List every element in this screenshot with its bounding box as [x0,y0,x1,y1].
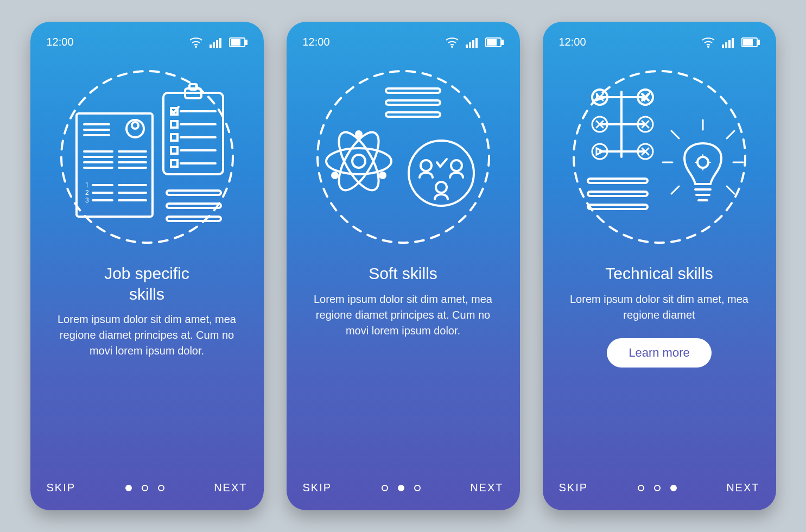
svg-rect-1 [210,45,212,48]
svg-rect-2 [213,42,215,48]
svg-rect-3 [216,40,218,48]
svg-point-70 [436,182,447,193]
dot-2[interactable] [398,485,404,491]
status-icons [445,37,504,48]
page-indicator [638,485,677,491]
status-icons [701,37,760,48]
status-bar: 12:00 [303,36,504,48]
battery-icon [229,37,247,47]
svg-rect-37 [171,121,177,128]
svg-rect-43 [171,160,177,167]
svg-point-71 [708,46,709,47]
screen-description: Lorem ipsum dolor sit dim amet, mea regi… [303,292,504,339]
screen-description: Lorem ipsum dolor sit dim amet, mea regi… [559,292,760,323]
svg-rect-103 [588,179,648,183]
onboarding-footer: SKIP NEXT [303,482,504,494]
wifi-icon [189,37,203,48]
battery-icon [485,37,504,47]
next-button[interactable]: NEXT [726,482,759,494]
dot-3[interactable] [158,485,164,491]
svg-line-116 [671,131,679,138]
svg-point-67 [409,141,474,206]
svg-point-14 [132,122,138,129]
svg-rect-6 [246,40,247,45]
svg-point-65 [380,173,385,178]
onboarding-screen-1: 12:00 123 Job specific skills Lorem [30,22,264,510]
onboarding-footer: SKIP NEXT [47,482,247,494]
status-time: 12:00 [47,36,74,48]
skip-button[interactable]: SKIP [47,482,76,494]
svg-rect-59 [386,112,440,117]
svg-point-109 [697,157,708,168]
svg-point-48 [452,46,453,47]
onboarding-screen-2: 12:00 Soft skills Lorem ipsum dolor sit … [287,22,520,510]
svg-rect-72 [722,45,724,48]
signal-icon [210,37,223,48]
dot-2[interactable] [654,485,661,491]
svg-rect-73 [725,42,727,48]
page-indicator [125,485,164,491]
svg-rect-52 [475,38,478,48]
svg-rect-41 [171,147,177,154]
svg-point-68 [421,160,431,171]
svg-rect-54 [502,40,504,45]
svg-rect-49 [466,45,468,48]
dot-1[interactable] [638,485,644,491]
status-time: 12:00 [303,36,330,48]
svg-rect-74 [728,40,731,48]
skip-button[interactable]: SKIP [303,482,332,494]
dot-3[interactable] [670,485,677,491]
illustration [303,59,504,255]
screen-title: Job specific skills [47,263,247,304]
next-button[interactable]: NEXT [214,482,247,494]
svg-rect-75 [732,38,734,48]
svg-rect-105 [588,205,648,209]
signal-icon [466,37,479,48]
svg-rect-39 [171,134,177,141]
dot-2[interactable] [142,485,148,491]
skip-button[interactable]: SKIP [559,482,588,494]
svg-point-61 [326,148,391,174]
illustration [559,59,760,255]
svg-rect-77 [758,40,760,45]
svg-text:2: 2 [85,189,89,197]
svg-rect-45 [167,191,221,195]
status-bar: 12:00 [559,36,760,48]
svg-point-60 [352,155,365,168]
dot-3[interactable] [414,485,421,491]
screen-title: Technical skills [559,263,760,284]
svg-rect-104 [588,192,648,196]
svg-rect-50 [469,42,471,48]
svg-rect-7 [231,40,240,45]
svg-point-69 [451,160,462,171]
svg-line-119 [727,186,734,194]
svg-rect-55 [487,40,496,45]
next-button[interactable]: NEXT [470,482,503,494]
onboarding-footer: SKIP NEXT [559,482,760,494]
svg-text:1: 1 [85,181,89,189]
page-indicator [382,485,421,491]
svg-rect-78 [744,40,752,45]
battery-icon [741,37,760,47]
decision-idea-icon [567,65,752,249]
atom-team-icon [311,65,496,249]
svg-rect-58 [386,100,440,105]
svg-rect-51 [472,40,474,48]
svg-text:3: 3 [85,197,89,204]
signal-icon [722,37,735,48]
dot-1[interactable] [382,485,388,491]
svg-line-115 [727,131,734,138]
learn-more-button[interactable]: Learn more [607,338,712,368]
svg-rect-47 [167,217,221,221]
svg-rect-4 [219,38,221,48]
svg-rect-57 [386,88,440,93]
svg-point-66 [332,173,338,178]
onboarding-screen-3: 12:00 [543,22,776,510]
illustration: 123 [47,59,247,255]
dot-1[interactable] [125,485,132,491]
wifi-icon [701,37,715,48]
screen-title: Soft skills [303,263,504,284]
status-time: 12:00 [559,36,586,48]
svg-rect-46 [167,204,221,208]
resume-checklist-icon: 123 [55,65,239,249]
